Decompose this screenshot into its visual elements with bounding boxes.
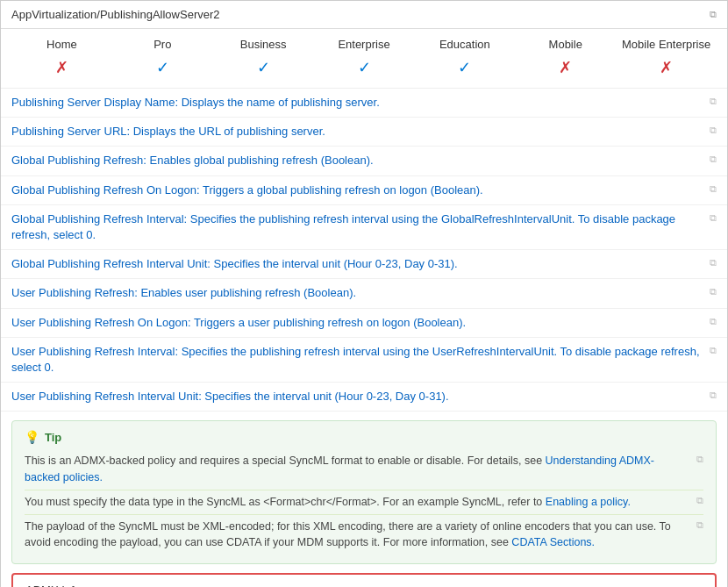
edition-mark-2: ✓ — [213, 58, 314, 77]
row-copy-icon[interactable]: ⧉ — [710, 316, 717, 327]
description-row: Global Publishing Refresh Interval Unit:… — [1, 250, 727, 279]
description-row: User Publishing Refresh Interval: Specif… — [1, 338, 727, 383]
description-row: User Publishing Refresh Interval Unit: S… — [1, 383, 727, 412]
description-text: User Publishing Refresh Interval Unit: S… — [11, 389, 703, 404]
edition-header-education: Education — [414, 38, 515, 51]
tip-row: This is an ADMX-backed policy and requir… — [25, 449, 703, 490]
page-container: AppVirtualization/PublishingAllowServer2… — [0, 0, 728, 587]
edition-header-pro: Pro — [112, 38, 213, 51]
title-bar: AppVirtualization/PublishingAllowServer2… — [1, 1, 727, 29]
description-text: Global Publishing Refresh On Logon: Trig… — [11, 183, 703, 198]
tip-header: 💡 Tip — [25, 430, 703, 444]
tip-text: The payload of the SyncML must be XML-en… — [25, 519, 689, 552]
row-copy-icon[interactable]: ⧉ — [710, 390, 717, 401]
edition-header-home: Home — [11, 38, 112, 51]
tip-text: This is an ADMX-backed policy and requir… — [25, 453, 689, 486]
description-row: Publishing Server URL: Displays the URL … — [1, 118, 727, 147]
edition-table: HomeProBusinessEnterpriseEducationMobile… — [1, 29, 727, 89]
edition-mark-row: ✗✓✓✓✓✗✗ — [11, 58, 717, 77]
row-copy-icon[interactable]: ⧉ — [710, 183, 717, 195]
title-copy-icon[interactable]: ⧉ — [710, 9, 717, 20]
edition-mark-1: ✓ — [112, 58, 213, 77]
edition-header-enterprise: Enterprise — [314, 38, 415, 51]
tip-link[interactable]: Understanding ADMX-backed policies. — [25, 455, 654, 483]
tip-link[interactable]: Enabling a policy. — [546, 496, 631, 508]
row-copy-icon[interactable]: ⧉ — [710, 154, 717, 165]
row-copy-icon[interactable]: ⧉ — [710, 125, 717, 136]
edition-mark-0: ✗ — [11, 58, 112, 77]
description-row: Global Publishing Refresh: Enables globa… — [1, 147, 727, 175]
tip-icon: 💡 — [25, 430, 39, 444]
page-title: AppVirtualization/PublishingAllowServer2 — [11, 8, 220, 21]
description-text: Global Publishing Refresh Interval Unit:… — [11, 256, 703, 272]
edition-mark-6: ✗ — [616, 58, 717, 77]
tip-copy-icon[interactable]: ⧉ — [696, 519, 703, 531]
edition-header-mobile-enterprise: Mobile Enterprise — [616, 38, 717, 51]
edition-mark-3: ✓ — [314, 58, 415, 77]
row-copy-icon[interactable]: ⧉ — [710, 286, 717, 297]
tip-text: You must specify the data type in the Sy… — [25, 494, 689, 511]
description-text: User Publishing Refresh On Logon: Trigge… — [11, 315, 703, 331]
description-row: Publishing Server Display Name: Displays… — [1, 89, 727, 118]
description-row: Global Publishing Refresh Interval: Spec… — [1, 205, 727, 250]
edition-header-row: HomeProBusinessEnterpriseEducationMobile… — [11, 38, 717, 51]
row-copy-icon[interactable]: ⧉ — [710, 345, 717, 356]
admx-header: ADMX Info: ⧉ — [25, 583, 703, 587]
edition-header-business: Business — [213, 38, 314, 51]
description-text: Publishing Server URL: Displays the URL … — [11, 124, 703, 140]
tip-box: 💡 Tip This is an ADMX-backed policy and … — [11, 420, 717, 564]
description-text: User Publishing Refresh: Enables user pu… — [11, 285, 703, 301]
description-row: Global Publishing Refresh On Logon: Trig… — [1, 176, 727, 205]
description-text: Global Publishing Refresh Interval: Spec… — [11, 211, 703, 243]
row-copy-icon[interactable]: ⧉ — [710, 96, 717, 107]
tip-row: You must specify the data type in the Sy… — [25, 490, 703, 515]
row-copy-icon[interactable]: ⧉ — [710, 257, 717, 268]
tip-row: The payload of the SyncML must be XML-en… — [25, 515, 703, 555]
content-area: Publishing Server Display Name: Displays… — [1, 89, 727, 412]
tip-link[interactable]: CDATA Sections. — [511, 536, 595, 548]
tip-title: Tip — [45, 431, 61, 444]
admx-title: ADMX Info: — [25, 583, 83, 587]
description-text: User Publishing Refresh Interval: Specif… — [11, 344, 703, 376]
edition-header-mobile: Mobile — [515, 38, 616, 51]
description-row: User Publishing Refresh On Logon: Trigge… — [1, 309, 727, 338]
description-text: Global Publishing Refresh: Enables globa… — [11, 153, 703, 168]
tip-copy-icon[interactable]: ⧉ — [696, 454, 703, 465]
edition-mark-4: ✓ — [414, 58, 515, 77]
tip-copy-icon[interactable]: ⧉ — [696, 495, 703, 506]
admx-box: ADMX Info: ⧉ GP english name: Publishing… — [11, 573, 717, 587]
description-text: Publishing Server Display Name: Displays… — [11, 95, 703, 111]
row-copy-icon[interactable]: ⧉ — [710, 212, 717, 224]
edition-mark-5: ✗ — [515, 58, 616, 77]
description-row: User Publishing Refresh: Enables user pu… — [1, 279, 727, 308]
